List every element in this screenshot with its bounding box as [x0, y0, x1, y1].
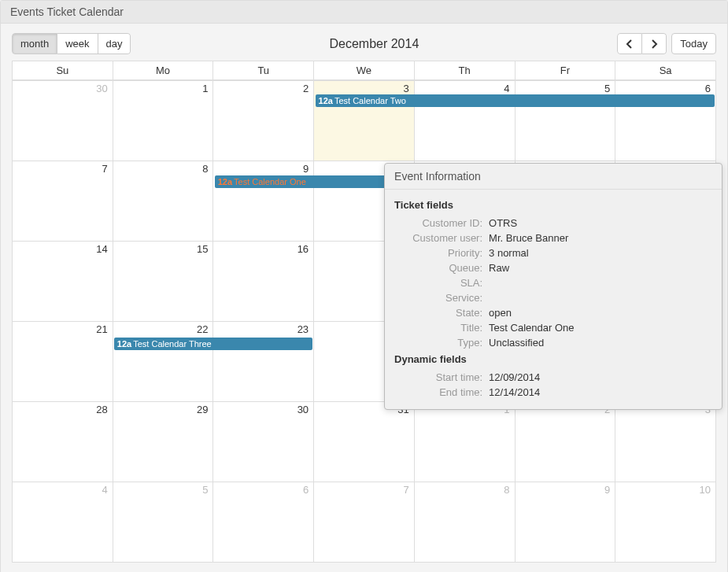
day-number: 10 — [615, 482, 715, 496]
event-title: Test Calendar One — [234, 177, 306, 186]
event-time: 12a — [117, 339, 131, 349]
info-field-row: State:open — [394, 305, 712, 320]
day-number: 5 — [516, 81, 615, 94]
field-value: OTRS — [489, 217, 712, 229]
day-number: 7 — [314, 482, 414, 496]
info-field-row: Title:Test Calendar One — [394, 320, 712, 335]
field-label: End time: — [394, 386, 489, 398]
day-cell[interactable]: 8 — [113, 161, 213, 242]
day-cell[interactable]: 23 — [213, 322, 314, 402]
day-cell[interactable]: 15 — [113, 242, 213, 322]
day-cell[interactable]: 1 — [414, 402, 515, 482]
day-number: 2 — [213, 81, 313, 94]
field-label: Service: — [394, 292, 489, 304]
field-label: Customer user: — [394, 232, 489, 244]
info-field-row: Service: — [394, 290, 712, 305]
day-cell[interactable]: 21 — [13, 322, 113, 402]
next-button[interactable] — [642, 33, 667, 54]
day-cell[interactable]: 8 — [414, 482, 515, 563]
day-cell[interactable]: 9 — [213, 161, 314, 242]
field-label: Title: — [394, 322, 489, 334]
day-number: 29 — [113, 402, 213, 415]
field-value: Mr. Bruce Banner — [489, 232, 712, 244]
day-cell[interactable]: 4 — [13, 482, 113, 563]
day-number: 3 — [314, 81, 414, 94]
prev-button[interactable] — [617, 33, 642, 54]
day-number: 4 — [415, 81, 515, 94]
day-cell[interactable]: 16 — [213, 242, 314, 322]
info-field-row: Queue:Raw — [394, 260, 712, 275]
day-header: Fr — [515, 61, 615, 80]
nav-arrows — [617, 33, 667, 54]
chevron-right-icon — [650, 39, 658, 49]
day-number: 1 — [113, 81, 213, 94]
day-cell[interactable]: 30 — [213, 402, 314, 482]
info-field-row: SLA: — [394, 275, 712, 290]
event-time: 12a — [218, 177, 232, 186]
day-cell[interactable]: 6 — [615, 81, 716, 161]
field-value: 3 normal — [489, 247, 712, 259]
day-cell[interactable]: 29 — [113, 402, 213, 482]
day-view-button[interactable]: day — [98, 33, 131, 54]
panel-title: Events Ticket Calendar — [1, 1, 727, 24]
week-view-button[interactable]: week — [57, 33, 98, 54]
field-label: Start time: — [394, 371, 489, 383]
day-number: 9 — [516, 482, 615, 496]
field-value: Test Calendar One — [489, 322, 712, 334]
day-cell[interactable]: 9 — [515, 482, 615, 563]
field-value — [489, 277, 712, 289]
day-cell[interactable]: 14 — [13, 242, 113, 322]
event-info-popover: Event Information Ticket fields Customer… — [384, 163, 722, 410]
day-cell[interactable]: 4 — [414, 81, 515, 161]
info-field-row: Type:Unclassified — [394, 335, 712, 350]
day-number: 15 — [113, 242, 213, 255]
day-cell[interactable]: 5 — [515, 81, 615, 161]
day-cell[interactable]: 5 — [113, 482, 213, 563]
day-cell[interactable]: 7 — [314, 482, 415, 563]
view-switcher: month week day — [12, 33, 131, 54]
field-value — [489, 292, 712, 304]
event-time: 12a — [319, 96, 333, 105]
day-cell[interactable]: 2 — [515, 402, 615, 482]
day-cell[interactable]: 28 — [13, 402, 113, 482]
day-cell[interactable]: 2 — [213, 81, 314, 161]
field-value: Unclassified — [489, 337, 712, 349]
day-number: 8 — [415, 482, 515, 496]
day-cell[interactable]: 3 — [615, 402, 716, 482]
day-cell[interactable]: 3 — [314, 81, 415, 161]
day-number: 30 — [213, 402, 313, 415]
day-header: Tu — [213, 61, 314, 80]
calendar-title: December 2014 — [131, 37, 617, 51]
month-view-button[interactable]: month — [12, 33, 57, 54]
day-cell[interactable]: 31 — [314, 402, 415, 482]
day-cell[interactable]: 1 — [113, 81, 213, 161]
event-title: Test Calendar Three — [133, 339, 211, 349]
day-number: 21 — [13, 322, 113, 335]
info-field-row: Customer user:Mr. Bruce Banner — [394, 231, 712, 245]
day-cell[interactable]: 6 — [213, 482, 314, 563]
day-cell[interactable]: 7 — [13, 161, 113, 242]
day-number: 30 — [13, 81, 113, 94]
info-field-row: Customer ID:OTRS — [394, 216, 712, 231]
dynamic-fields-heading: Dynamic fields — [394, 353, 712, 365]
calendar-event[interactable]: 12aTest Calendar Three — [114, 338, 312, 350]
info-field-row: Priority:3 normal — [394, 245, 712, 260]
event-title: Test Calendar Two — [334, 96, 406, 105]
day-cell[interactable]: 22 — [113, 322, 213, 402]
field-value: open — [489, 307, 712, 319]
day-number: 4 — [13, 482, 113, 496]
day-cell[interactable]: 10 — [615, 482, 716, 563]
day-header: Sa — [615, 61, 716, 80]
day-header: Su — [13, 61, 113, 80]
calendar-header-table: SuMoTuWeThFrSa — [12, 61, 716, 80]
day-header: We — [314, 61, 415, 80]
calendar-event[interactable]: 12aTest Calendar Two — [316, 94, 715, 107]
today-button[interactable]: Today — [671, 33, 716, 54]
day-number: 7 — [13, 161, 113, 175]
day-cell[interactable]: 30 — [13, 81, 113, 161]
day-number: 28 — [13, 402, 113, 415]
day-number: 9 — [213, 161, 313, 175]
chevron-left-icon — [626, 39, 634, 49]
day-number: 16 — [213, 242, 313, 255]
field-label: Priority: — [394, 247, 489, 259]
